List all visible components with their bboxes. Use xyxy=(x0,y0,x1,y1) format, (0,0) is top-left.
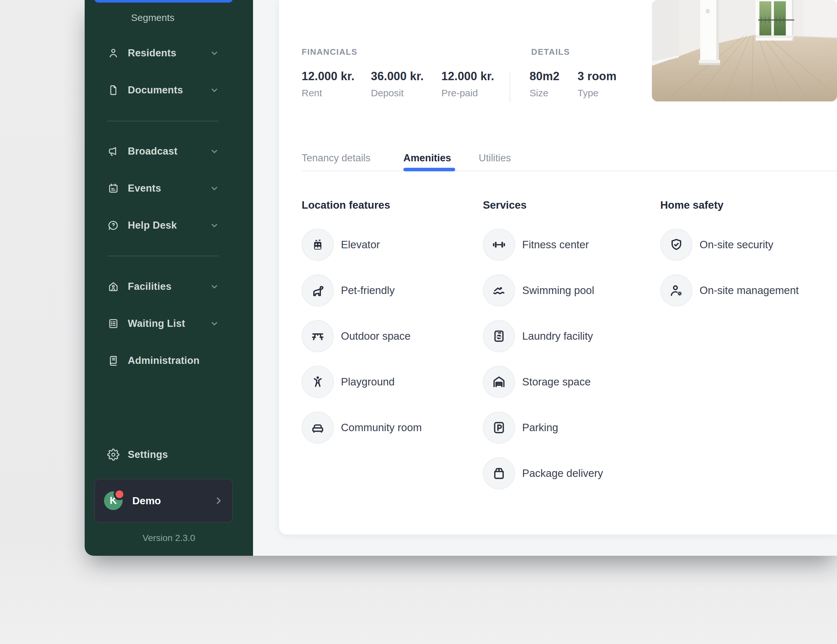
column-title-location-features: Location features xyxy=(302,199,390,211)
amenity-label: Pet-friendly xyxy=(341,284,395,297)
sidebar-item-label: Administration xyxy=(128,355,200,366)
sidebar-item-documents[interactable]: Documents xyxy=(107,80,220,100)
sidebar-item-label: Events xyxy=(128,182,161,194)
person-gear-icon xyxy=(660,274,693,307)
parking-icon xyxy=(483,412,515,444)
stat-label: Type xyxy=(578,87,617,99)
gear-icon xyxy=(107,449,120,461)
amenity-row: Parking xyxy=(483,412,603,444)
amenity-column-location-features: Elevator Pet-friendly xyxy=(302,228,422,457)
chevron-down-icon xyxy=(209,48,220,59)
column-title-home-safety: Home safety xyxy=(660,199,723,211)
active-nav-indicator xyxy=(94,0,233,3)
chevron-down-icon xyxy=(209,281,220,292)
stat-label: Pre-paid xyxy=(441,87,494,99)
sidebar-item-residents[interactable]: Residents xyxy=(107,43,220,63)
person-icon xyxy=(107,47,120,59)
amenity-column-services: Fitness center Swimming pool xyxy=(483,228,603,503)
stat-value: 12.000 kr. xyxy=(302,69,354,83)
sidebar-item-waiting-list[interactable]: Waiting List xyxy=(107,313,220,334)
amenity-row: Playground xyxy=(302,366,422,398)
amenity-row: Storage space xyxy=(483,366,603,398)
sidebar-item-broadcast[interactable]: Broadcast xyxy=(107,141,220,162)
tabs-border xyxy=(302,171,837,171)
sidebar-item-facilities[interactable]: Facilities xyxy=(107,276,220,297)
amenity-label: Package delivery xyxy=(522,467,603,480)
stat-size: 80m2 Size xyxy=(530,69,560,99)
amenity-label: Laundry facility xyxy=(522,330,593,342)
amenity-label: On-site security xyxy=(699,238,773,251)
sidebar-item-segments[interactable]: Segments xyxy=(131,10,174,26)
stat-deposit: 36.000 kr. Deposit xyxy=(371,69,423,99)
house-person-icon xyxy=(107,281,120,293)
stat-value: 3 room xyxy=(578,69,617,83)
sidebar-item-label: Settings xyxy=(128,449,168,460)
financials-title: FINANCIALS xyxy=(302,47,357,57)
tab-utilities[interactable]: Utilities xyxy=(479,152,511,164)
chevron-down-icon xyxy=(209,318,220,329)
amenity-label: Outdoor space xyxy=(341,330,410,342)
stat-label: Deposit xyxy=(371,87,423,99)
sidebar-item-settings[interactable]: Settings xyxy=(107,444,220,465)
sidebar-item-label: Facilities xyxy=(128,281,172,292)
chevron-down-icon xyxy=(209,183,220,194)
amenity-row: Outdoor space xyxy=(302,320,422,352)
child-playing-icon xyxy=(302,366,334,398)
shield-check-icon xyxy=(660,228,693,261)
sidebar-item-help-desk[interactable]: Help Desk xyxy=(107,215,220,236)
garage-icon xyxy=(483,366,515,398)
sidebar-item-label: Help Desk xyxy=(128,220,177,231)
amenity-row: Fitness center xyxy=(483,228,603,261)
chevron-down-icon xyxy=(209,220,220,231)
property-detail-card: FINANCIALS 12.000 kr. Rent 36.000 kr. De… xyxy=(279,0,837,534)
picnic-table-icon xyxy=(302,320,334,352)
amenity-row: Elevator xyxy=(302,228,422,261)
details-title: DETAILS xyxy=(531,47,570,57)
tab-tenancy-details[interactable]: Tenancy details xyxy=(302,152,371,164)
amenity-label: Storage space xyxy=(522,376,591,388)
app-window: Segments Residents Documents xyxy=(85,0,837,556)
document-icon xyxy=(107,84,120,96)
stat-value: 80m2 xyxy=(530,69,560,83)
amenity-row: On-site security xyxy=(660,228,799,261)
amenity-label: On-site management xyxy=(699,284,799,297)
elevator-icon xyxy=(302,228,334,261)
section-divider xyxy=(510,71,510,102)
sidebar-item-label: Documents xyxy=(128,84,183,96)
version-label: Version 2.3.0 xyxy=(85,533,253,543)
amenity-label: Community room xyxy=(341,422,422,434)
megaphone-icon xyxy=(107,145,120,158)
amenity-row: Community room xyxy=(302,412,422,444)
amenity-label: Playground xyxy=(341,376,395,388)
chevron-down-icon xyxy=(209,85,220,95)
column-title-services: Services xyxy=(483,199,527,211)
washing-machine-icon xyxy=(483,320,515,352)
sidebar-item-administration[interactable]: Administration xyxy=(107,350,220,371)
property-photo xyxy=(652,0,837,102)
amenity-row: Laundry facility xyxy=(483,320,603,352)
chevron-down-icon xyxy=(209,146,220,157)
stat-type: 3 room Type xyxy=(578,69,617,99)
room-photo-illustration xyxy=(652,0,837,102)
sidebar-divider xyxy=(107,256,218,256)
sidebar-divider xyxy=(107,121,218,122)
sidebar-item-label: Broadcast xyxy=(128,146,177,157)
stat-label: Size xyxy=(530,87,560,99)
amenity-label: Fitness center xyxy=(522,238,589,251)
amenity-row: Swimming pool xyxy=(483,274,603,307)
stat-value: 36.000 kr. xyxy=(371,69,423,83)
workspace-avatar: K xyxy=(104,491,123,510)
tab-amenities[interactable]: Amenities xyxy=(404,152,451,164)
workspace-switcher[interactable]: K Demo xyxy=(94,479,233,522)
sidebar-item-events[interactable]: Events xyxy=(107,178,220,199)
amenity-row: On-site management xyxy=(660,274,799,307)
notification-dot xyxy=(114,488,125,500)
stat-label: Rent xyxy=(302,87,354,99)
book-icon xyxy=(107,355,120,367)
sidebar-item-label: Residents xyxy=(128,47,176,59)
amenity-label: Parking xyxy=(522,422,558,434)
sofa-icon xyxy=(302,412,334,444)
amenity-label: Swimming pool xyxy=(522,284,594,297)
calendar-icon xyxy=(107,182,120,194)
chevron-right-icon xyxy=(213,496,224,506)
